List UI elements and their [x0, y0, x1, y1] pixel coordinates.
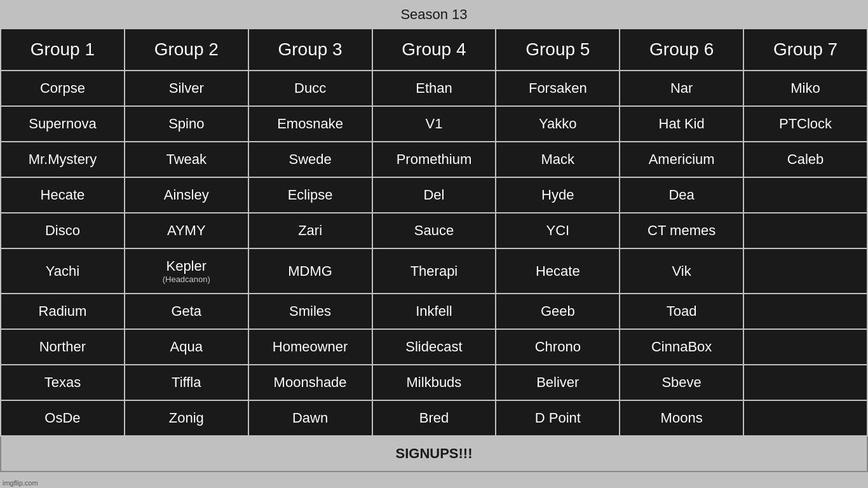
table-cell: Toad: [620, 294, 743, 329]
table-row: SupernovaSpinoEmosnakeV1YakkoHat KidPTCl…: [1, 106, 867, 142]
table-cell: Del: [372, 177, 496, 213]
table-row: YachiKepler(Headcanon)MDMGTherapiHecateV…: [1, 248, 867, 294]
table-cell: D Point: [496, 400, 620, 436]
signups-row: SIGNUPS!!!: [1, 436, 867, 471]
table-row: NortherAquaHomeownerSlidecastChronoCinna…: [1, 329, 867, 365]
table-cell: Silver: [125, 71, 248, 106]
table-cell: [743, 329, 867, 365]
table-cell: Corpse: [1, 71, 125, 106]
group-header: Group 3: [248, 29, 372, 71]
table-cell: YCI: [496, 213, 620, 248]
watermark: imgflip.com: [3, 479, 38, 487]
table-cell: Vik: [620, 248, 743, 294]
table-cell: Promethium: [372, 142, 496, 177]
table-cell: Spino: [125, 106, 248, 142]
table-cell: Tweak: [125, 142, 248, 177]
table-cell: Moons: [620, 400, 743, 436]
table-cell: Moonshade: [248, 365, 372, 400]
table-cell: Smiles: [248, 294, 372, 329]
table-cell: Hecate: [1, 177, 125, 213]
table-cell: Ducc: [248, 71, 372, 106]
table-cell: Hecate: [496, 248, 620, 294]
table-cell: Caleb: [743, 142, 867, 177]
table-cell: Milkbuds: [372, 365, 496, 400]
table-cell: Ethan: [372, 71, 496, 106]
table-cell: Ainsley: [125, 177, 248, 213]
table-cell: MDMG: [248, 248, 372, 294]
table-cell: Beliver: [496, 365, 620, 400]
table-cell: Mr.Mystery: [1, 142, 125, 177]
table-cell: Hyde: [496, 177, 620, 213]
table-cell: Swede: [248, 142, 372, 177]
table-cell: CT memes: [620, 213, 743, 248]
season-title: Season 13: [0, 0, 868, 28]
table-cell: Tiffla: [125, 365, 248, 400]
signups-cell: SIGNUPS!!!: [1, 436, 867, 471]
group-header: Group 2: [125, 29, 248, 71]
table-cell: Miko: [743, 71, 867, 106]
table-cell: [743, 177, 867, 213]
table-cell: Sbeve: [620, 365, 743, 400]
group-header: Group 6: [620, 29, 743, 71]
table-row: TexasTifflaMoonshadeMilkbudsBeliverSbeve: [1, 365, 867, 400]
table-cell: Inkfell: [372, 294, 496, 329]
table-cell: Bred: [372, 400, 496, 436]
table-cell: Chrono: [496, 329, 620, 365]
table-cell: Dea: [620, 177, 743, 213]
table-cell: Homeowner: [248, 329, 372, 365]
table-cell: Zonig: [125, 400, 248, 436]
table-cell: OsDe: [1, 400, 125, 436]
table-cell: Mack: [496, 142, 620, 177]
group-header: Group 5: [496, 29, 620, 71]
group-header: Group 7: [743, 29, 867, 71]
table-row: HecateAinsleyEclipseDelHydeDea: [1, 177, 867, 213]
table-cell: Forsaken: [496, 71, 620, 106]
table-cell: [743, 400, 867, 436]
table-cell: V1: [372, 106, 496, 142]
table-cell: Hat Kid: [620, 106, 743, 142]
table-row: DiscoAYMYZariSauceYCICT memes: [1, 213, 867, 248]
table-cell: AYMY: [125, 213, 248, 248]
table-cell: Americium: [620, 142, 743, 177]
table-cell: [743, 365, 867, 400]
group-header: Group 4: [372, 29, 496, 71]
table-cell: Therapi: [372, 248, 496, 294]
table-cell: [743, 213, 867, 248]
table-cell: [743, 294, 867, 329]
table-cell: Aqua: [125, 329, 248, 365]
table-cell: CinnaBox: [620, 329, 743, 365]
table-cell: Geeb: [496, 294, 620, 329]
table-cell: Supernova: [1, 106, 125, 142]
table-cell: Norther: [1, 329, 125, 365]
table-cell: Radium: [1, 294, 125, 329]
table-cell: Kepler(Headcanon): [125, 248, 248, 294]
table-cell: Emosnake: [248, 106, 372, 142]
table-cell: Texas: [1, 365, 125, 400]
table-cell: Yachi: [1, 248, 125, 294]
table-cell: Yakko: [496, 106, 620, 142]
table-cell: Geta: [125, 294, 248, 329]
table-row: OsDeZonigDawnBredD PointMoons: [1, 400, 867, 436]
table-cell: Dawn: [248, 400, 372, 436]
table-cell: Sauce: [372, 213, 496, 248]
table-row: CorpseSilverDuccEthanForsakenNarMiko: [1, 71, 867, 106]
group-headers: Group 1Group 2Group 3Group 4Group 5Group…: [1, 29, 867, 71]
table-cell: Slidecast: [372, 329, 496, 365]
table-cell: Zari: [248, 213, 372, 248]
table-cell: Nar: [620, 71, 743, 106]
table-cell: Disco: [1, 213, 125, 248]
table-row: Mr.MysteryTweakSwedePromethiumMackAmeric…: [1, 142, 867, 177]
group-header: Group 1: [1, 29, 125, 71]
table-cell: PTClock: [743, 106, 867, 142]
table-row: RadiumGetaSmilesInkfellGeebToad: [1, 294, 867, 329]
table-cell: [743, 248, 867, 294]
table-cell: Eclipse: [248, 177, 372, 213]
